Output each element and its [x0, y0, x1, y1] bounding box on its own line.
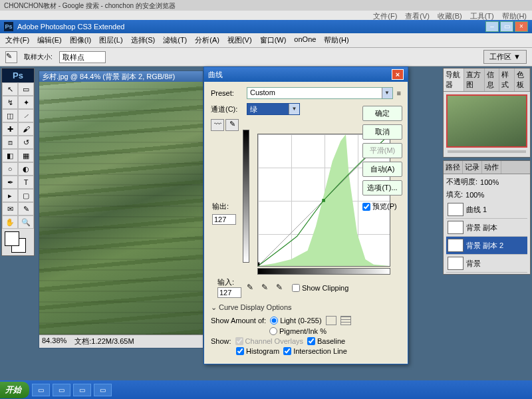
input-field[interactable] [217, 287, 241, 298]
shape-tool[interactable]: ▢ [18, 189, 34, 202]
stamp-tool[interactable]: ⧈ [2, 136, 18, 149]
white-point-eyedropper-icon[interactable]: ✎ [276, 283, 287, 293]
tab-navigator[interactable]: 导航器 [444, 68, 464, 91]
menu-file[interactable]: 文件(F) [3, 35, 32, 46]
tab-actions[interactable]: 动作 [482, 161, 501, 174]
maximize-button[interactable]: ▭ [500, 21, 513, 32]
close-button[interactable]: × [515, 21, 528, 32]
notes-tool[interactable]: ✉ [2, 202, 18, 215]
tab-swatches[interactable]: 色板 [515, 68, 530, 91]
navigator-zoom-slider[interactable] [448, 150, 526, 153]
minimize-button[interactable]: – [485, 21, 499, 32]
zoom-tool[interactable]: 🔍 [18, 215, 34, 229]
layer-item[interactable]: 曲线 1 [446, 201, 527, 219]
tab-histogram[interactable]: 直方图 [464, 68, 485, 91]
hand-tool[interactable]: ✋ [2, 215, 18, 229]
menu-help[interactable]: 帮助(H) [321, 35, 351, 46]
browser-menu-help[interactable]: 帮助(H) [502, 11, 527, 19]
curve-point-tool[interactable]: 〰 [211, 119, 224, 131]
taskbar-item[interactable]: ▭ [32, 384, 50, 396]
fill-value[interactable]: 100% [466, 191, 484, 199]
brush-tool[interactable]: 🖌 [18, 122, 34, 136]
wand-tool[interactable]: ✦ [18, 96, 34, 109]
options-button[interactable]: 选项(T)... [362, 180, 402, 196]
gradient-tool[interactable]: ▦ [18, 149, 34, 162]
curve-pencil-tool[interactable]: ✎ [225, 119, 239, 131]
menu-image[interactable]: 图像(I) [67, 35, 94, 46]
browser-menu-tools[interactable]: 工具(T) [470, 11, 494, 19]
lasso-tool[interactable]: ↯ [2, 96, 18, 109]
crop-tool[interactable]: ◫ [2, 109, 18, 122]
type-tool[interactable]: T [18, 176, 34, 189]
intersection-checkbox[interactable] [283, 347, 291, 355]
history-brush-tool[interactable]: ↺ [18, 136, 34, 149]
curve-display-options-toggle[interactable]: ⌄ Curve Display Options [211, 303, 401, 312]
browser-menu-fav[interactable]: 收藏(B) [438, 11, 462, 19]
navigator-thumbnail[interactable] [446, 94, 527, 148]
cancel-button[interactable]: 取消 [362, 124, 402, 140]
menu-filter[interactable]: 滤镜(T) [160, 35, 190, 46]
sample-size-select[interactable]: 取样点 [59, 51, 106, 63]
blur-tool[interactable]: ○ [2, 162, 18, 176]
menu-edit[interactable]: 编辑(E) [35, 35, 65, 46]
zoom-level[interactable]: 84.38% [42, 336, 66, 346]
eyedropper-tool[interactable]: ✎ [18, 202, 34, 215]
workspace-selector[interactable]: 工作区 ▼ [483, 50, 527, 64]
pigment-radio[interactable] [269, 327, 277, 335]
tab-info[interactable]: 信息 [485, 68, 500, 91]
eyedropper-tool-icon[interactable]: ✎ [5, 51, 17, 63]
taskbar-item[interactable]: ▭ [73, 384, 91, 396]
start-button[interactable]: 开始 [0, 382, 29, 398]
black-point-eyedropper-icon[interactable]: ✎ [247, 283, 257, 293]
taskbar-item[interactable]: ▭ [94, 384, 112, 396]
tab-styles[interactable]: 样式 [499, 68, 515, 91]
menu-select[interactable]: 选择(S) [128, 35, 158, 46]
document-titlebar[interactable]: 乡村.jpg @ 84.4% (背景 副本 2, RGB/8#) [39, 71, 203, 82]
output-field[interactable] [212, 214, 236, 225]
tab-paths[interactable]: 路径 [444, 161, 463, 174]
browser-menu-view[interactable]: 查看(V) [405, 11, 430, 19]
menu-window[interactable]: 窗口(W) [257, 35, 289, 46]
layer-item[interactable]: 背景 副本 [446, 219, 527, 237]
curves-dialog-titlebar[interactable]: 曲线 × [204, 67, 408, 82]
foreground-color-swatch[interactable] [5, 231, 19, 246]
ok-button[interactable]: 确定 [362, 106, 402, 121]
tab-history[interactable]: 记录 [463, 161, 482, 174]
curves-close-button[interactable]: × [392, 69, 404, 80]
menu-onone[interactable]: onOne [291, 35, 319, 46]
move-tool[interactable]: ↖ [2, 82, 18, 96]
document-canvas[interactable] [39, 82, 203, 334]
opacity-value[interactable]: 100% [480, 178, 499, 186]
menu-analysis[interactable]: 分析(A) [192, 35, 222, 46]
preset-select[interactable]: Custom ▼ [247, 87, 393, 99]
menu-layer[interactable]: 图层(L) [96, 35, 125, 46]
light-radio[interactable] [270, 317, 278, 325]
color-swatches[interactable] [2, 229, 34, 255]
dodge-tool[interactable]: ◐ [18, 162, 34, 176]
show-clipping-checkbox[interactable] [292, 284, 300, 292]
channel-select[interactable]: 绿 ▼ [247, 103, 300, 115]
svg-rect-2 [258, 263, 259, 266]
pen-tool[interactable]: ✒ [2, 176, 18, 189]
browser-menu-file[interactable]: 文件(F) [373, 11, 397, 19]
menu-view[interactable]: 视图(V) [225, 35, 255, 46]
chevron-down-icon[interactable]: ▼ [289, 104, 299, 114]
eraser-tool[interactable]: ◧ [2, 149, 18, 162]
layer-item[interactable]: 背景 副本 2 [446, 237, 527, 255]
preset-menu-icon[interactable]: ≡ [397, 89, 401, 97]
grid-size-simple-icon[interactable] [326, 316, 336, 325]
browser-tab-title: CHONCHON教材 - Google 搜索 - chonchon 的安全浏览器 [0, 0, 532, 11]
preview-checkbox[interactable] [362, 203, 370, 211]
path-select-tool[interactable]: ▸ [2, 189, 18, 202]
histogram-checkbox[interactable] [236, 347, 244, 355]
baseline-checkbox[interactable] [307, 337, 315, 345]
heal-tool[interactable]: ✚ [2, 122, 18, 136]
slice-tool[interactable]: ⟋ [18, 109, 34, 122]
auto-button[interactable]: 自动(A) [362, 162, 402, 177]
gray-point-eyedropper-icon[interactable]: ✎ [261, 283, 272, 293]
taskbar-item[interactable]: ▭ [53, 384, 70, 396]
layer-item[interactable]: 背景 [446, 255, 527, 273]
chevron-down-icon[interactable]: ▼ [382, 88, 392, 98]
grid-size-detailed-icon[interactable] [340, 316, 351, 325]
marquee-tool[interactable]: ▭ [18, 82, 34, 96]
